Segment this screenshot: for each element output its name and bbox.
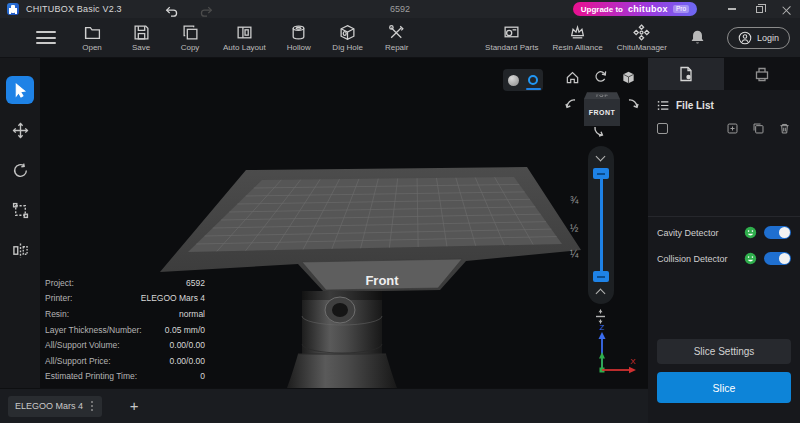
isometric-view-button[interactable] — [619, 68, 637, 86]
orthographic-view-icon[interactable] — [528, 69, 538, 91]
close-button[interactable] — [776, 1, 796, 17]
plate-tab-menu-icon[interactable] — [89, 399, 95, 413]
copy-icon — [182, 24, 199, 41]
perspective-view-icon[interactable] — [508, 75, 519, 86]
left-tool-rail — [0, 58, 40, 388]
scale-icon — [12, 202, 29, 219]
view-cube-front-face[interactable]: FRONT — [584, 99, 620, 126]
mirror-icon — [12, 242, 29, 259]
chitubox-window: CHITUBOX Basic V2.3 6592 Upgrade to chit… — [0, 0, 800, 423]
slice-settings-button[interactable]: Slice Settings — [657, 339, 791, 364]
open-folder-icon — [84, 24, 101, 41]
collision-detector-toggle[interactable] — [764, 252, 791, 265]
auto-layout-button[interactable]: Auto Layout — [223, 24, 266, 52]
file-list-empty-area[interactable] — [648, 141, 800, 216]
chitumanager-button[interactable]: ChituManager — [617, 24, 667, 52]
axis-z-label: Z — [600, 324, 605, 332]
slider-mark-quarter: ¼ — [570, 249, 578, 260]
rotate-tool-button[interactable] — [6, 156, 34, 184]
app-title: CHITUBOX Basic V2.3 — [26, 4, 122, 14]
reset-rotation-button[interactable] — [591, 67, 609, 85]
file-list-panel: File List Cavity Detector — [648, 90, 800, 423]
add-plate-button[interactable]: + — [124, 396, 144, 416]
collision-detector-row: Collision Detector — [648, 243, 800, 269]
plate-tab-elegoo-mars-4[interactable]: ELEGOO Mars 4 — [8, 396, 102, 417]
select-tool-button[interactable] — [6, 76, 34, 104]
project-info-overlay: Project:6592 Printer:ELEGOO Mars 4 Resin… — [45, 275, 205, 384]
file-list-header: File List — [648, 90, 800, 118]
mirror-tool-button[interactable] — [6, 236, 34, 264]
hollow-icon — [290, 24, 307, 41]
clip-slider-upper-handle[interactable] — [593, 168, 609, 179]
resin-alliance-button[interactable]: Resin Alliance — [552, 24, 602, 52]
plate-front-label: Front — [365, 273, 399, 288]
slider-mark-half: ½ — [570, 223, 578, 234]
slider-step-up-icon[interactable] — [596, 289, 606, 299]
tab-file-settings[interactable] — [648, 58, 724, 90]
redo-icon[interactable] — [200, 3, 214, 15]
login-button[interactable]: Login — [727, 27, 790, 49]
file-list-title: File List — [676, 100, 714, 111]
chitumanager-icon — [633, 24, 650, 41]
minimize-button[interactable] — [722, 1, 742, 17]
resin-alliance-icon — [569, 24, 586, 41]
clip-slider-lower-handle[interactable] — [593, 271, 609, 282]
tab-printer-settings[interactable] — [724, 58, 800, 90]
info-row-volume: All/Support Volume:0.00/0.00 — [45, 337, 205, 353]
cavity-status-ok-icon — [744, 226, 757, 239]
cavity-detector-row: Cavity Detector — [648, 217, 800, 243]
file-list-actions — [648, 118, 800, 141]
hollow-button[interactable]: Hollow — [283, 24, 315, 52]
close-icon — [782, 5, 791, 14]
repair-icon — [388, 24, 405, 41]
info-row-project: Project:6592 — [45, 275, 205, 291]
home-view-button[interactable] — [563, 68, 581, 86]
rotate-down-arrow-icon[interactable] — [593, 124, 607, 138]
right-panel-tabs — [648, 58, 800, 90]
info-row-layer-thickness: Layer Thickness/Number:0.05 mm/0 — [45, 322, 205, 338]
rotate-left-arrow-icon[interactable] — [564, 98, 578, 112]
scale-tool-button[interactable] — [6, 196, 34, 224]
user-icon — [738, 31, 752, 45]
restore-button[interactable] — [749, 1, 769, 17]
model-cylinder — [287, 291, 397, 388]
undo-icon[interactable] — [164, 3, 178, 15]
collision-status-ok-icon — [744, 252, 757, 265]
title-bar-right: Upgrade to chitubox Pro — [573, 0, 796, 18]
move-tool-button[interactable] — [6, 116, 34, 144]
notifications-bell-icon[interactable] — [689, 29, 707, 47]
slider-step-down-icon[interactable] — [596, 152, 606, 162]
copy-button[interactable]: Copy — [174, 24, 206, 52]
z-compress-icon[interactable] — [592, 308, 609, 325]
select-all-checkbox[interactable] — [657, 123, 668, 134]
menu-button[interactable] — [36, 31, 56, 44]
upgrade-to-pro-button[interactable]: Upgrade to chitubox Pro — [573, 2, 697, 16]
save-button[interactable]: Save — [125, 24, 157, 52]
rotate-right-arrow-icon[interactable] — [626, 98, 640, 112]
toolbar: Open Save Copy Auto Layout Hollow Dig Ho… — [0, 18, 800, 58]
standard-parts-button[interactable]: Standard Parts — [485, 24, 538, 52]
list-icon — [657, 99, 670, 112]
open-button[interactable]: Open — [76, 24, 108, 52]
info-row-price: All/Support Price:0.00/0.00 — [45, 353, 205, 369]
duplicate-icon[interactable] — [752, 122, 765, 135]
repair-button[interactable]: Repair — [381, 24, 413, 52]
title-bar: CHITUBOX Basic V2.3 6592 Upgrade to chit… — [0, 0, 800, 18]
add-file-icon[interactable] — [726, 122, 739, 135]
dig-hole-icon — [339, 24, 356, 41]
rotate-icon — [12, 162, 29, 179]
info-row-resin: Resin:normal — [45, 306, 205, 322]
cavity-detector-toggle[interactable] — [764, 226, 791, 239]
dig-hole-button[interactable]: Dig Hole — [332, 24, 364, 52]
axis-x-label: X — [630, 357, 636, 366]
view-cube[interactable]: TOP FRONT — [584, 86, 620, 126]
viewport-3d[interactable]: Front — [40, 58, 648, 388]
printer-icon — [754, 66, 770, 82]
delete-icon[interactable] — [778, 122, 791, 135]
view-cube-top-face[interactable]: TOP — [584, 92, 620, 99]
slice-button[interactable]: Slice — [657, 372, 791, 403]
slider-mark-three-quarters: ¾ — [570, 195, 578, 206]
move-icon — [12, 122, 29, 139]
projection-toggle — [503, 69, 543, 91]
clip-slider-track[interactable] — [600, 176, 603, 274]
